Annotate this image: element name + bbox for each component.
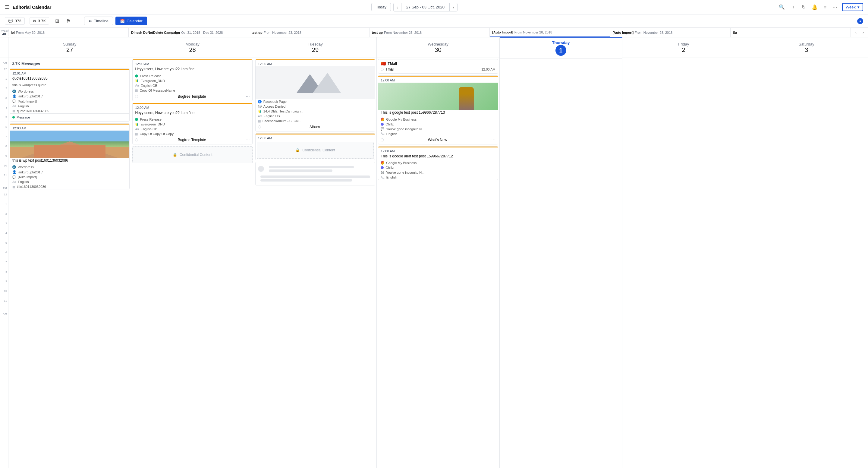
campaign-icon-2: 🔰 bbox=[135, 123, 138, 126]
status-dot-tue bbox=[258, 125, 261, 128]
refresh-icon[interactable]: ↻ bbox=[801, 3, 807, 11]
sunday-content: 3.7K Messages 12:01 AM quote160113603208… bbox=[8, 58, 131, 468]
toolbar: 💬 373 ✉ 3.7K ⊞ ⚑ ⇔ Timeline 📅 Calendar ● bbox=[0, 14, 868, 28]
top-nav: ☰ Editorial Calendar Today ‹ 27 Sep - 03… bbox=[0, 0, 868, 14]
more-options-icon[interactable]: ⋯ bbox=[831, 3, 838, 11]
day-header-tuesday: Tuesday 29 bbox=[254, 37, 376, 58]
prev-week-button[interactable]: ‹ bbox=[394, 3, 401, 11]
notifications-icon[interactable]: 🔔 bbox=[810, 3, 819, 11]
add-icon[interactable]: ＋ bbox=[789, 3, 797, 11]
wed-gmb2-platform: Google My Business bbox=[378, 160, 498, 165]
email-badge[interactable]: ✉ 3.7K bbox=[30, 17, 50, 25]
menu-icon[interactable]: ☰ bbox=[5, 4, 9, 10]
mon-card1-actions: Bugfree Template ⋯ bbox=[133, 93, 252, 101]
more-icon-wed1[interactable]: ⋯ bbox=[491, 138, 495, 142]
monday-confidential: 🔒 Confidential Content bbox=[132, 146, 252, 163]
timeline-tab[interactable]: ⇔ Timeline bbox=[84, 17, 113, 25]
skeleton-avatar bbox=[258, 166, 264, 172]
messages-badge[interactable]: 💬 373 bbox=[5, 17, 25, 25]
flag-icon[interactable]: ⚑ bbox=[65, 17, 72, 25]
lang-icon-tue: Aα bbox=[258, 115, 261, 118]
wed-gmb1-campaign: Chillz bbox=[378, 122, 498, 127]
email-count: 3.7K bbox=[38, 19, 46, 23]
incognito-icon-2: 💬 bbox=[381, 171, 384, 174]
week-number: WEEK 40 bbox=[0, 29, 8, 36]
mon-card2-actions: Bugfree Template ⋯ bbox=[133, 136, 252, 144]
card-subtitle: this is wordpress quote bbox=[10, 83, 129, 89]
filter-icon[interactable]: ≡ bbox=[823, 3, 828, 11]
tuesday-card-1[interactable]: 12:00 AM f Facebook Page 💬 Ac bbox=[255, 59, 375, 131]
chat-icon: 💬 bbox=[12, 99, 16, 103]
wed-gmb1-time: 12:00 AM bbox=[378, 77, 498, 83]
wed-tmall-card[interactable]: 🇨🇳 TMall Tmall 12:00 AM bbox=[378, 59, 498, 74]
lang-icon-wed1: Aα bbox=[381, 132, 384, 136]
calendar-tab[interactable]: 📅 Calendar bbox=[116, 17, 147, 25]
tue-row-title: 💬 Access Denied bbox=[255, 104, 375, 109]
search-icon[interactable]: 🔍 bbox=[778, 3, 786, 11]
sunday-card-2[interactable]: 12:03 AM this is wp text post16011360320… bbox=[10, 123, 130, 190]
toolbar-divider bbox=[78, 18, 78, 25]
tmall-flag-icon: 🇨🇳 bbox=[381, 61, 386, 66]
wed-gmb-card-2[interactable]: 12:00 AM This is google alert test post … bbox=[378, 146, 498, 180]
lock-icon: 🔒 bbox=[173, 153, 177, 157]
tue-card1-time: 12:00 AM bbox=[255, 60, 375, 66]
wed-gmb2-lang: Aα English bbox=[378, 175, 498, 180]
card-row-lang: Aα English bbox=[10, 104, 129, 109]
day-col-thursday: Thursday 1 bbox=[500, 37, 622, 468]
nav-right: 🔍 ＋ ↻ 🔔 ≡ ⋯ Week ▾ bbox=[778, 3, 863, 11]
day-header-wednesday: Wednesday 30 bbox=[377, 37, 499, 58]
week-selector-chevron: ▾ bbox=[858, 5, 860, 9]
wed-gmb2-campaign: Chillz bbox=[378, 165, 498, 170]
campaign-icon-tue: 🔰 bbox=[258, 110, 261, 113]
more-icon-tue1[interactable]: ⋯ bbox=[368, 124, 373, 129]
user-avatar[interactable]: ● bbox=[857, 18, 863, 24]
campaign-cell-fri: [Auto Import] From November 28, 2018 bbox=[610, 28, 730, 37]
saturday-content bbox=[745, 58, 868, 468]
week-selector[interactable]: Week ▾ bbox=[842, 3, 863, 11]
triangle-svg bbox=[258, 69, 373, 96]
monday-card-1[interactable]: 12:00 AM Heyy users, How are you?? I am … bbox=[132, 59, 252, 101]
tue-row-platform: f Facebook Page bbox=[255, 99, 375, 104]
lang-icon-wed2: Aα bbox=[381, 176, 384, 179]
copy-icon: ▦ bbox=[135, 89, 138, 92]
message-icon: 💬 bbox=[8, 19, 13, 23]
campaign-prev[interactable]: ‹ bbox=[852, 29, 860, 36]
more-icon-mon2[interactable]: ⋯ bbox=[246, 138, 250, 142]
tmall-name: Tmall bbox=[385, 67, 394, 71]
wed-gmb2-time: 12:00 AM bbox=[378, 147, 498, 153]
campaign-cell-wed: test qp From November 23, 2018 bbox=[370, 28, 490, 37]
day-header-sunday: Sunday 27 bbox=[8, 37, 131, 58]
tue-card1-actions: Album ⋯ bbox=[255, 123, 375, 131]
lang-icon-2: Aα bbox=[12, 180, 16, 184]
card-row-id: ▦ quote1601136032085 bbox=[10, 109, 129, 113]
campaign-next[interactable]: › bbox=[860, 29, 867, 36]
lang-icon-mon2: Aα bbox=[135, 127, 138, 131]
tue-row-campaign: 🔰 14.4 DEE_TestCampaign... bbox=[255, 109, 375, 114]
grid-view-icon[interactable]: ⊞ bbox=[54, 17, 60, 25]
campaign-cell-tue: test qp From November 23, 2018 bbox=[249, 28, 370, 37]
week-selector-label: Week bbox=[846, 5, 856, 9]
more-icon[interactable]: ⋯ bbox=[124, 116, 127, 119]
next-week-button[interactable]: › bbox=[450, 3, 457, 11]
gmb-icon-1 bbox=[381, 118, 384, 121]
calendar-label: Calendar bbox=[127, 19, 143, 23]
monday-card-2[interactable]: 12:00 AM Heyy users, How are you?? I am … bbox=[132, 103, 252, 145]
campaign-cell-mon: Dinesh DoNotDelete Campaign Oct 31, 2018… bbox=[129, 28, 249, 37]
id-icon: ▦ bbox=[12, 109, 15, 113]
wed-gmb-card-1[interactable]: 12:00 AM This is google test post 159966… bbox=[378, 76, 498, 144]
date-range-nav: ‹ 27 Sep - 03 Oct, 2020 › bbox=[393, 3, 458, 11]
lang-icon: Aα bbox=[12, 104, 16, 108]
tue-row-lang: Aα English US bbox=[255, 114, 375, 118]
today-button[interactable]: Today bbox=[371, 3, 391, 11]
day-col-saturday: Saturday 3 bbox=[745, 37, 868, 468]
tuesday-content: 12:00 AM f Facebook Page 💬 Ac bbox=[254, 58, 376, 468]
campaign-icon: 🔰 bbox=[135, 79, 138, 82]
wed-gmb1-actions: What's New ⋯ bbox=[378, 136, 498, 144]
nav-center: Today ‹ 27 Sep - 03 Oct, 2020 › bbox=[371, 3, 457, 11]
sunday-card-1[interactable]: 12:01 AM quote1601136032085 this is word… bbox=[10, 68, 130, 121]
tmall-label: TMall bbox=[388, 61, 397, 66]
view-toggle: ⇔ Timeline 📅 Calendar bbox=[84, 17, 147, 25]
more-icon-mon1[interactable]: ⋯ bbox=[246, 94, 250, 99]
messages-summary: 3.7K Messages bbox=[10, 59, 130, 68]
friday-content bbox=[622, 58, 745, 468]
